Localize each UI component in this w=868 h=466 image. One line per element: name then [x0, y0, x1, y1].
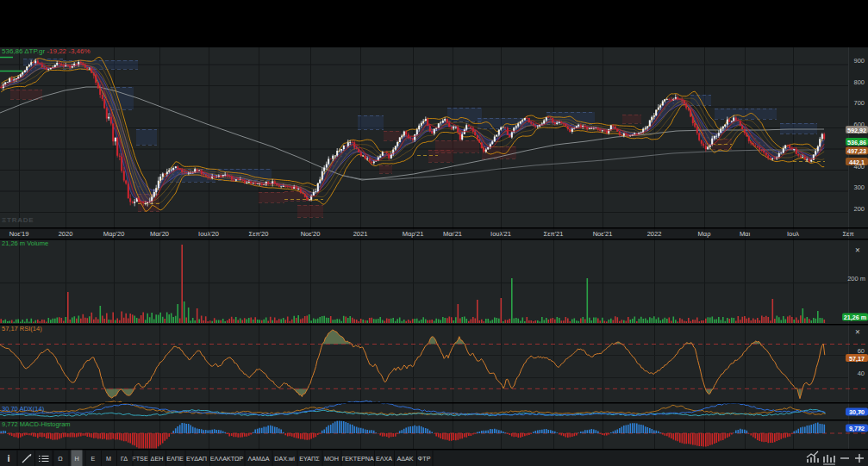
svg-text:Μαρ'21: Μαρ'21 — [403, 230, 424, 238]
svg-text:57,17: 57,17 — [849, 355, 865, 363]
svg-text:200: 200 — [853, 205, 865, 213]
svg-text:21,26 m Volume: 21,26 m Volume — [2, 239, 48, 247]
svg-text:ΕΛΛΑΚΤΩΡ: ΕΛΛΑΚΤΩΡ — [210, 455, 244, 463]
svg-text:✕: ✕ — [855, 246, 860, 254]
svg-text:Μαρ'20: Μαρ'20 — [103, 230, 125, 238]
svg-text:Σεπ'21: Σεπ'21 — [544, 230, 564, 238]
svg-text:ΞTRADE: ΞTRADE — [2, 216, 34, 224]
svg-text:Νοε'20: Νοε'20 — [301, 230, 321, 238]
svg-text:ΦΤΡ: ΦΤΡ — [418, 455, 431, 463]
svg-text:ΜΟΗ: ΜΟΗ — [324, 455, 339, 463]
svg-text:E: E — [91, 455, 96, 463]
svg-text:9,772 MACD-Histogram: 9,772 MACD-Histogram — [2, 420, 71, 428]
svg-text:536,86 ΔTP.gr -19,22 -3,46%: 536,86 ΔTP.gr -19,22 -3,46% — [2, 47, 91, 55]
svg-text:ΕΥΔΑΠ: ΕΥΔΑΠ — [186, 455, 207, 463]
svg-text:M: M — [106, 455, 111, 463]
svg-text:900: 900 — [853, 57, 865, 65]
svg-text:497,23: 497,23 — [847, 147, 866, 155]
svg-text:200 m: 200 m — [847, 275, 865, 283]
svg-text:Μαι: Μαι — [740, 230, 751, 238]
svg-text:ΔΕΗ: ΔΕΗ — [151, 455, 164, 463]
svg-text:Μαρ: Μαρ — [698, 230, 711, 238]
svg-text:ΑΔΑΚ: ΑΔΑΚ — [397, 455, 413, 463]
svg-text:Ω: Ω — [58, 455, 63, 463]
svg-text:ΓΔ: ΓΔ — [121, 455, 128, 463]
svg-text:536,86: 536,86 — [847, 139, 866, 146]
svg-text:2022: 2022 — [647, 230, 662, 238]
svg-text:H: H — [74, 455, 78, 463]
svg-text:DAX.wi: DAX.wi — [274, 455, 295, 463]
svg-text:300: 300 — [853, 183, 865, 191]
svg-text:ΓΕΚΤΕΡΝΑ: ΓΕΚΤΕΡΝΑ — [341, 455, 374, 463]
svg-text:Σεπ'20: Σεπ'20 — [249, 230, 269, 238]
svg-text:30,70 ADX(14): 30,70 ADX(14) — [2, 405, 45, 413]
svg-text:21,26 m: 21,26 m — [844, 314, 866, 321]
svg-text:800: 800 — [853, 78, 865, 86]
svg-text:Σεπ: Σεπ — [842, 230, 853, 238]
svg-text:592,92: 592,92 — [847, 127, 866, 134]
svg-text:40: 40 — [858, 370, 865, 377]
svg-text:Μαι'21: Μαι'21 — [443, 230, 462, 238]
svg-text:2021: 2021 — [353, 230, 368, 238]
svg-text:✕: ✕ — [855, 328, 860, 336]
svg-text:Ιουλ'20: Ιουλ'20 — [198, 230, 219, 238]
svg-text:2020: 2020 — [59, 230, 73, 238]
svg-text:✕: ✕ — [858, 409, 863, 415]
svg-text:442,1: 442,1 — [849, 158, 865, 166]
svg-text:Ιουλ: Ιουλ — [787, 230, 799, 238]
svg-text:i: i — [7, 453, 9, 463]
svg-text:Μαι'20: Μαι'20 — [150, 230, 169, 238]
svg-text:ΕΥΑΠΣ: ΕΥΑΠΣ — [299, 455, 320, 463]
svg-text:Ιουλ'21: Ιουλ'21 — [490, 230, 511, 238]
svg-text:Νοε'19: Νοε'19 — [9, 230, 29, 238]
svg-text:ΕΛΧΑ: ΕΛΧΑ — [376, 455, 392, 463]
svg-text:Νοε'21: Νοε'21 — [593, 230, 613, 238]
svg-text:FTSE: FTSE — [132, 455, 148, 463]
svg-text:ΕΛΠΕ: ΕΛΠΕ — [166, 455, 184, 463]
svg-text:700: 700 — [853, 99, 865, 107]
svg-text:ΛΑΜΔΑ: ΛΑΜΔΑ — [247, 455, 269, 463]
svg-text:✕: ✕ — [858, 426, 863, 432]
svg-text:57,17 RSI(14): 57,17 RSI(14) — [2, 325, 42, 332]
